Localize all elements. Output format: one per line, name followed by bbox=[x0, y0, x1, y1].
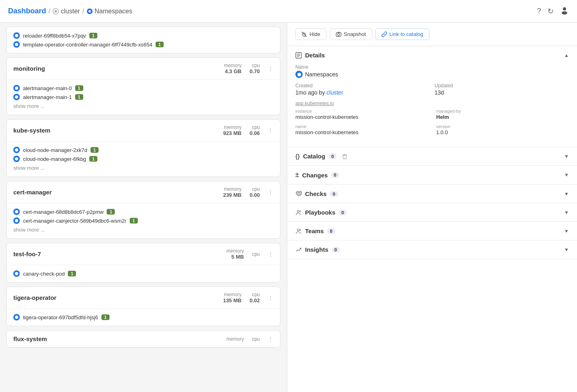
pod-icon bbox=[13, 94, 20, 100]
more-options-icon[interactable]: ⋮ bbox=[268, 65, 274, 72]
pod-name: cloud-node-manager-6fkbg bbox=[23, 156, 86, 162]
main-layout: reloader-69ff8bdb54-x7pqv 1 template-ope… bbox=[0, 23, 577, 392]
svg-point-5 bbox=[562, 11, 567, 15]
version-label: version bbox=[436, 124, 569, 129]
pod-name: cert-manager-68d8b8dc67-p2pmw bbox=[23, 209, 103, 215]
catalog-section-header[interactable]: {} Catalog 0 ▼ bbox=[287, 147, 577, 165]
breadcrumb-cluster[interactable]: cluster bbox=[53, 8, 80, 15]
details-icon bbox=[295, 52, 302, 59]
show-more[interactable]: show more ... bbox=[13, 163, 274, 173]
ns-metrics: memory 4.3 GB cpu 0.70 ⋮ bbox=[224, 63, 274, 74]
breadcrumb-dashboard[interactable]: Dashboard bbox=[8, 7, 46, 15]
memory-label: memory bbox=[223, 124, 242, 130]
checks-section: Checks 0 ▼ bbox=[287, 185, 577, 203]
svg-point-3 bbox=[88, 10, 91, 13]
chevron-down-icon: ▼ bbox=[564, 191, 569, 197]
help-icon[interactable]: ? bbox=[537, 7, 541, 15]
playbooks-section-header[interactable]: Playbooks 0 ▼ bbox=[287, 203, 577, 221]
hide-button[interactable]: Hide bbox=[295, 28, 326, 40]
rp-toolbar: Hide Snapshot Link to catalog bbox=[287, 23, 577, 46]
ns-card-tigera-operator: tigera-operator memory 135 MB cpu 0.02 ⋮ bbox=[6, 287, 280, 326]
snapshot-icon bbox=[336, 32, 341, 37]
name-sub-label: name bbox=[295, 124, 428, 129]
svg-point-16 bbox=[300, 229, 301, 230]
checks-section-header[interactable]: Checks 0 ▼ bbox=[287, 185, 577, 203]
changes-section-header[interactable]: ± Changes 0 ▼ bbox=[287, 166, 577, 184]
ns-card-header: monitoring memory 4.3 GB cpu 0.70 ⋮ bbox=[7, 58, 280, 80]
ns-metrics: memory 5 MB cpu ⋮ bbox=[226, 248, 274, 260]
memory-value: 135 MB bbox=[223, 297, 242, 303]
svg-point-13 bbox=[297, 210, 299, 212]
breadcrumb-namespaces[interactable]: Namespaces bbox=[86, 8, 132, 15]
header: Dashboard / cluster / Namespaces ? ↻ bbox=[0, 0, 577, 23]
ns-card-header: kube-system memory 923 MB cpu 0.06 ⋮ bbox=[7, 120, 280, 141]
insights-label: Insights bbox=[305, 246, 329, 253]
pod-row: cert-manager-68d8b8dc67-p2pmw 1 bbox=[13, 207, 274, 216]
teams-count: 0 bbox=[327, 228, 335, 234]
playbooks-section-title: Playbooks 0 bbox=[295, 209, 347, 216]
pod-name: cloud-node-manager-2xk7d bbox=[23, 147, 87, 153]
memory-value: 4.3 GB bbox=[224, 68, 241, 74]
cluster-link[interactable]: cluster bbox=[326, 89, 343, 96]
cpu-value: 0.02 bbox=[250, 297, 260, 303]
pod-name: cert-manager-cainjector-589b49dbc6-wsm2r bbox=[23, 218, 126, 224]
more-options-icon[interactable]: ⋮ bbox=[268, 127, 274, 133]
ns-card-header: test-foo-7 memory 5 MB cpu ⋮ bbox=[7, 243, 280, 265]
name-label: Name bbox=[295, 64, 569, 70]
show-more[interactable]: show more ... bbox=[13, 101, 274, 111]
svg-point-14 bbox=[300, 211, 301, 212]
insights-section-header[interactable]: Insights 0 ▼ bbox=[287, 240, 577, 259]
more-options-icon[interactable]: ⋮ bbox=[268, 251, 274, 257]
user-icon[interactable] bbox=[560, 6, 569, 17]
memory-value: 239 MB bbox=[223, 192, 242, 198]
ns-name[interactable]: cert-manager bbox=[13, 189, 52, 196]
ns-card-test-foo-7: test-foo-7 memory 5 MB cpu ⋮ canary bbox=[6, 243, 280, 282]
version-block: version 1.0.0 bbox=[436, 124, 569, 135]
ns-name[interactable]: kube-system bbox=[13, 127, 51, 134]
show-more[interactable]: show more ... bbox=[13, 225, 274, 234]
breadcrumb: Dashboard / cluster / Namespaces bbox=[8, 7, 132, 15]
pod-row: tigera-operator-697bdf5dfd-hjsj6 1 bbox=[13, 313, 274, 322]
more-options-icon[interactable]: ⋮ bbox=[268, 189, 274, 195]
ns-name[interactable]: tigera-operator bbox=[13, 294, 57, 301]
pod-icon bbox=[13, 85, 20, 91]
cluster-label: cluster bbox=[61, 8, 80, 15]
changes-label: Changes bbox=[302, 172, 328, 179]
ns-metric-memory: memory bbox=[226, 336, 244, 342]
cluster-icon bbox=[53, 8, 59, 15]
trash-icon[interactable] bbox=[341, 153, 348, 160]
refresh-icon[interactable]: ↻ bbox=[548, 7, 554, 16]
more-options-icon[interactable]: ⋮ bbox=[268, 336, 274, 342]
teams-section-header[interactable]: Teams 0 ▼ bbox=[287, 222, 577, 240]
cpu-label: cpu bbox=[250, 124, 260, 130]
ns-name[interactable]: monitoring bbox=[13, 65, 45, 72]
insights-section-title: Insights 0 bbox=[295, 246, 340, 253]
ns-card-flux-system: flux-system memory cpu ⋮ bbox=[6, 330, 280, 348]
breadcrumb-sep1: / bbox=[48, 8, 50, 15]
top-pods-card: reloader-69ff8bdb54-x7pqv 1 template-ope… bbox=[6, 27, 280, 53]
details-title: Details bbox=[305, 52, 325, 59]
playbooks-section: Playbooks 0 ▼ bbox=[287, 203, 577, 222]
pod-row: alertmanager-main-0 1 bbox=[13, 84, 274, 93]
namespaces-icon bbox=[295, 71, 303, 78]
memory-label: memory bbox=[223, 186, 242, 192]
more-options-icon[interactable]: ⋮ bbox=[268, 295, 274, 301]
managed-by-label: managed-by bbox=[436, 109, 569, 114]
chevron-down-icon: ▼ bbox=[564, 172, 569, 178]
teams-icon bbox=[295, 228, 302, 234]
ns-name[interactable]: test-foo-7 bbox=[13, 251, 41, 257]
heart-icon bbox=[295, 191, 302, 197]
managed-by-value: Helm bbox=[436, 114, 569, 120]
managed-by-block: managed-by Helm bbox=[436, 109, 569, 120]
snapshot-button[interactable]: Snapshot bbox=[330, 28, 372, 40]
playbooks-icon bbox=[295, 209, 302, 216]
pod-icon bbox=[13, 270, 20, 277]
catalog-icon: {} bbox=[295, 153, 300, 160]
name-value-row: Namespaces bbox=[295, 71, 569, 78]
ns-name[interactable]: flux-system bbox=[13, 335, 47, 342]
pod-row: reloader-69ff8bdb54-x7pqv 1 bbox=[13, 31, 274, 40]
details-section-header[interactable]: Details ▲ bbox=[287, 46, 577, 64]
ns-card-cert-manager: cert-manager memory 239 MB cpu 0.00 ⋮ bbox=[6, 181, 280, 239]
link-to-catalog-button[interactable]: Link to catalog bbox=[375, 28, 430, 40]
ns-metric-cpu: cpu 0.00 bbox=[250, 186, 260, 198]
